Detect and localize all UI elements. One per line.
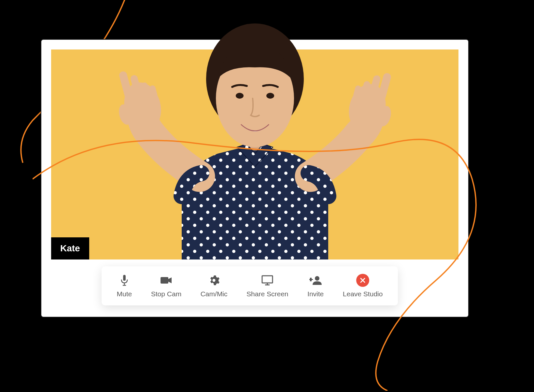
mute-label: Mute xyxy=(117,290,132,298)
svg-point-7 xyxy=(266,93,274,99)
svg-rect-31 xyxy=(123,275,126,281)
share-screen-label: Share Screen xyxy=(246,290,288,298)
camera-icon xyxy=(160,274,173,287)
svg-rect-36 xyxy=(262,276,273,283)
svg-point-6 xyxy=(236,93,244,99)
control-toolbar: Mute Stop Cam Cam/Mic xyxy=(102,266,398,305)
leave-label: Leave Studio xyxy=(343,290,383,298)
participant-name: Kate xyxy=(60,243,80,253)
add-person-icon xyxy=(309,274,322,287)
participant-video xyxy=(100,14,410,259)
gear-icon xyxy=(207,274,220,287)
svg-rect-34 xyxy=(161,277,168,284)
participant-name-tag: Kate xyxy=(51,237,89,259)
svg-rect-43 xyxy=(311,278,312,281)
microphone-icon xyxy=(118,274,131,287)
studio-window: Kate xyxy=(41,39,469,317)
svg-point-35 xyxy=(213,279,216,282)
video-feed: Kate xyxy=(51,49,458,259)
stop-cam-label: Stop Cam xyxy=(151,290,181,298)
svg-point-39 xyxy=(315,276,319,281)
leave-studio-button[interactable]: Leave Studio xyxy=(339,271,387,301)
stop-cam-button[interactable]: Stop Cam xyxy=(147,271,185,301)
monitor-icon xyxy=(261,274,274,287)
cam-mic-settings-button[interactable]: Cam/Mic xyxy=(197,271,232,301)
close-icon xyxy=(356,274,369,287)
mute-button[interactable]: Mute xyxy=(113,271,136,301)
share-screen-button[interactable]: Share Screen xyxy=(243,271,292,301)
invite-label: Invite xyxy=(307,290,324,298)
cam-mic-label: Cam/Mic xyxy=(201,290,228,298)
invite-button[interactable]: Invite xyxy=(303,271,328,301)
svg-rect-9 xyxy=(118,71,133,99)
